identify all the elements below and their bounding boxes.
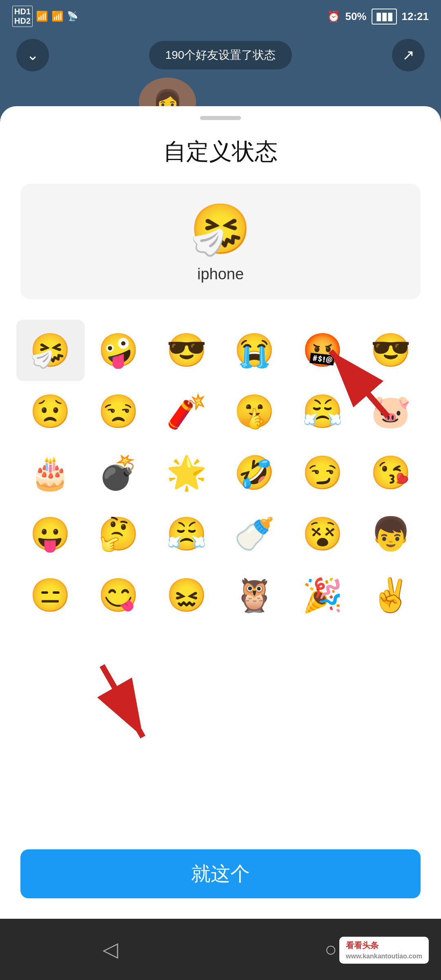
emoji-item-6[interactable]: 😟: [16, 381, 85, 442]
back-icon: ◁: [102, 938, 118, 961]
alarm-icon: ⏰: [327, 10, 340, 23]
emoji-item-19[interactable]: 🤔: [85, 503, 153, 565]
sheet-title: 自定义状态: [0, 136, 441, 167]
share-button[interactable]: ↗: [392, 39, 425, 71]
chevron-down-icon: ⌄: [27, 47, 39, 64]
emoji-grid: 🤧 🤪 😎 😭 🤬 😎 😟 😒 🧨 🤫 😤 🐷 🎂 💣 🌟 🤣 😏 😘 😛 🤔 …: [8, 320, 433, 626]
emoji-item-13[interactable]: 💣: [85, 442, 153, 503]
emoji-item-22[interactable]: 😵: [289, 503, 357, 565]
emoji-item-0[interactable]: 🤧: [16, 320, 85, 381]
signal-4g: 📶: [36, 11, 48, 22]
wifi-icon: 📡: [67, 11, 78, 22]
home-icon: ○: [325, 938, 337, 961]
back-button[interactable]: ◁: [90, 929, 131, 970]
emoji-item-3[interactable]: 😭: [220, 320, 289, 381]
carrier-hd1: HD1HD2: [12, 6, 33, 27]
emoji-item-29[interactable]: ✌️: [356, 565, 425, 626]
emoji-item-15[interactable]: 🤣: [220, 442, 289, 503]
emoji-item-5[interactable]: 😎: [356, 320, 425, 381]
emoji-item-2[interactable]: 😎: [152, 320, 220, 381]
emoji-item-4[interactable]: 🤬: [289, 320, 357, 381]
emoji-item-20[interactable]: 😤: [152, 503, 220, 565]
emoji-item-28[interactable]: 🎉: [289, 565, 357, 626]
confirm-label: 就这个: [191, 861, 250, 887]
emoji-item-23[interactable]: 👦: [356, 503, 425, 565]
emoji-item-8[interactable]: 🧨: [152, 381, 220, 442]
dropdown-button[interactable]: ⌄: [16, 39, 49, 71]
confirm-button[interactable]: 就这个: [20, 849, 421, 898]
drag-handle[interactable]: [200, 116, 241, 120]
carrier-info: HD1HD2 📶 📶 📡: [12, 6, 78, 27]
preview-emoji: 🤧: [190, 204, 251, 253]
bottom-sheet: 自定义状态 🤧 iphone 🤧 🤪 😎 😭 🤬 😎 😟 😒 🧨 🤫 😤 🐷 🎂…: [0, 106, 441, 964]
status-bar: HD1HD2 📶 📶 📡 ⏰ 50% ▮▮▮ 12:21: [0, 0, 441, 33]
emoji-item-16[interactable]: 😏: [289, 442, 357, 503]
arrow-down-left-indicator: [90, 662, 163, 743]
emoji-item-21[interactable]: 🍼: [220, 503, 289, 565]
time-display: 12:21: [402, 10, 429, 23]
emoji-item-14[interactable]: 🌟: [152, 442, 220, 503]
emoji-item-9[interactable]: 🤫: [220, 381, 289, 442]
bottom-navigation: ◁ ○ 看看头条 www.kankantoutiao.com: [0, 919, 441, 980]
watermark-url: www.kankantoutiao.com: [346, 953, 422, 960]
emoji-item-12[interactable]: 🎂: [16, 442, 85, 503]
emoji-item-25[interactable]: 😋: [85, 565, 153, 626]
emoji-item-10[interactable]: 😤: [289, 381, 357, 442]
emoji-item-7[interactable]: 😒: [85, 381, 153, 442]
emoji-item-24[interactable]: 😑: [16, 565, 85, 626]
emoji-item-18[interactable]: 😛: [16, 503, 85, 565]
status-info-button[interactable]: 190个好友设置了状态: [149, 41, 292, 69]
watermark-text: 看看头条: [346, 941, 379, 950]
preview-text: iphone: [197, 265, 244, 283]
emoji-item-1[interactable]: 🤪: [85, 320, 153, 381]
nav-bar: ⌄ 190个好友设置了状态 ↗: [0, 33, 441, 78]
svg-line-3: [102, 666, 143, 737]
emoji-item-11[interactable]: 🐷: [356, 381, 425, 442]
emoji-item-26[interactable]: 😖: [152, 565, 220, 626]
battery-percent: 50%: [345, 10, 366, 23]
preview-card: 🤧 iphone: [20, 184, 421, 299]
signal-5g: 📶: [51, 11, 64, 22]
emoji-item-17[interactable]: 😘: [356, 442, 425, 503]
emoji-item-27[interactable]: 🦉: [220, 565, 289, 626]
battery-icon: ▮▮▮: [372, 9, 397, 24]
system-status: ⏰ 50% ▮▮▮ 12:21: [327, 9, 429, 24]
share-icon: ↗: [402, 47, 414, 64]
status-count-text: 190个好友设置了状态: [165, 49, 276, 61]
watermark: 看看头条 www.kankantoutiao.com: [339, 937, 429, 964]
